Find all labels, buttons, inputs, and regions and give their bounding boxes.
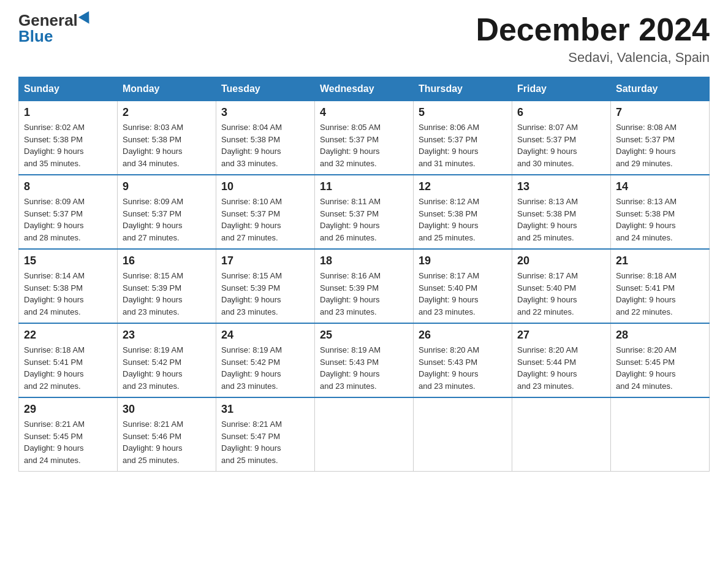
table-row: 8 Sunrise: 8:09 AMSunset: 5:37 PMDayligh… <box>19 175 118 249</box>
day-info: Sunrise: 8:19 AMSunset: 5:42 PMDaylight:… <box>123 344 211 392</box>
day-number: 18 <box>320 255 408 267</box>
day-number: 2 <box>123 106 211 119</box>
table-row: 28 Sunrise: 8:20 AMSunset: 5:45 PMDaylig… <box>611 323 710 397</box>
day-info: Sunrise: 8:09 AMSunset: 5:37 PMDaylight:… <box>24 196 112 243</box>
day-info: Sunrise: 8:06 AMSunset: 5:37 PMDaylight:… <box>419 121 507 169</box>
day-number: 6 <box>517 106 605 119</box>
calendar-week-row: 8 Sunrise: 8:09 AMSunset: 5:37 PMDayligh… <box>19 175 710 249</box>
day-info: Sunrise: 8:15 AMSunset: 5:39 PMDaylight:… <box>221 270 309 318</box>
day-number: 3 <box>221 106 309 119</box>
title-block: December 2024 Sedavi, Valencia, Spain <box>476 12 710 66</box>
day-number: 28 <box>616 329 704 342</box>
day-number: 21 <box>616 255 704 267</box>
day-info: Sunrise: 8:14 AMSunset: 5:38 PMDaylight:… <box>24 270 112 318</box>
day-number: 19 <box>419 255 507 267</box>
table-row: 9 Sunrise: 8:09 AMSunset: 5:37 PMDayligh… <box>118 175 216 249</box>
header-tuesday: Tuesday <box>216 77 315 101</box>
day-number: 10 <box>221 180 309 193</box>
day-number: 17 <box>221 255 309 267</box>
day-number: 4 <box>320 106 408 119</box>
table-row: 29 Sunrise: 8:21 AMSunset: 5:45 PMDaylig… <box>19 397 118 472</box>
table-row: 2 Sunrise: 8:03 AMSunset: 5:38 PMDayligh… <box>118 101 216 175</box>
calendar-location: Sedavi, Valencia, Spain <box>476 50 710 66</box>
logo-general-text: General <box>18 12 78 28</box>
day-number: 9 <box>123 180 211 193</box>
header-thursday: Thursday <box>414 77 512 101</box>
calendar-week-row: 1 Sunrise: 8:02 AMSunset: 5:38 PMDayligh… <box>19 101 710 175</box>
table-row: 6 Sunrise: 8:07 AMSunset: 5:37 PMDayligh… <box>512 101 611 175</box>
day-info: Sunrise: 8:11 AMSunset: 5:37 PMDaylight:… <box>320 196 408 243</box>
day-info: Sunrise: 8:20 AMSunset: 5:45 PMDaylight:… <box>616 344 704 392</box>
day-info: Sunrise: 8:10 AMSunset: 5:37 PMDaylight:… <box>221 196 309 243</box>
day-info: Sunrise: 8:05 AMSunset: 5:37 PMDaylight:… <box>320 121 408 169</box>
day-info: Sunrise: 8:13 AMSunset: 5:38 PMDaylight:… <box>517 196 605 243</box>
table-row: 25 Sunrise: 8:19 AMSunset: 5:43 PMDaylig… <box>315 323 414 397</box>
day-number: 11 <box>320 180 408 193</box>
day-info: Sunrise: 8:17 AMSunset: 5:40 PMDaylight:… <box>517 270 605 318</box>
day-info: Sunrise: 8:02 AMSunset: 5:38 PMDaylight:… <box>24 121 112 169</box>
day-info: Sunrise: 8:17 AMSunset: 5:40 PMDaylight:… <box>419 270 507 318</box>
table-row: 18 Sunrise: 8:16 AMSunset: 5:39 PMDaylig… <box>315 249 414 323</box>
table-row: 15 Sunrise: 8:14 AMSunset: 5:38 PMDaylig… <box>19 249 118 323</box>
table-row <box>315 397 414 472</box>
table-row <box>611 397 710 472</box>
day-number: 14 <box>616 180 704 193</box>
calendar-week-row: 29 Sunrise: 8:21 AMSunset: 5:45 PMDaylig… <box>19 397 710 472</box>
day-number: 31 <box>221 403 309 416</box>
table-row: 7 Sunrise: 8:08 AMSunset: 5:37 PMDayligh… <box>611 101 710 175</box>
day-info: Sunrise: 8:21 AMSunset: 5:46 PMDaylight:… <box>123 418 211 466</box>
day-info: Sunrise: 8:21 AMSunset: 5:47 PMDaylight:… <box>221 418 309 466</box>
day-info: Sunrise: 8:16 AMSunset: 5:39 PMDaylight:… <box>320 270 408 318</box>
day-number: 27 <box>517 329 605 342</box>
table-row: 12 Sunrise: 8:12 AMSunset: 5:38 PMDaylig… <box>414 175 512 249</box>
table-row: 16 Sunrise: 8:15 AMSunset: 5:39 PMDaylig… <box>118 249 216 323</box>
day-number: 22 <box>24 329 112 342</box>
table-row: 23 Sunrise: 8:19 AMSunset: 5:42 PMDaylig… <box>118 323 216 397</box>
day-number: 8 <box>24 180 112 193</box>
day-info: Sunrise: 8:18 AMSunset: 5:41 PMDaylight:… <box>24 344 112 392</box>
day-info: Sunrise: 8:19 AMSunset: 5:42 PMDaylight:… <box>221 344 309 392</box>
table-row: 21 Sunrise: 8:18 AMSunset: 5:41 PMDaylig… <box>611 249 710 323</box>
table-row <box>512 397 611 472</box>
table-row: 14 Sunrise: 8:13 AMSunset: 5:38 PMDaylig… <box>611 175 710 249</box>
day-info: Sunrise: 8:09 AMSunset: 5:37 PMDaylight:… <box>123 196 211 243</box>
calendar-week-row: 22 Sunrise: 8:18 AMSunset: 5:41 PMDaylig… <box>19 323 710 397</box>
day-info: Sunrise: 8:13 AMSunset: 5:38 PMDaylight:… <box>616 196 704 243</box>
table-row: 31 Sunrise: 8:21 AMSunset: 5:47 PMDaylig… <box>216 397 315 472</box>
table-row: 22 Sunrise: 8:18 AMSunset: 5:41 PMDaylig… <box>19 323 118 397</box>
calendar-header-row: Sunday Monday Tuesday Wednesday Thursday… <box>19 77 710 101</box>
day-info: Sunrise: 8:20 AMSunset: 5:44 PMDaylight:… <box>517 344 605 392</box>
day-info: Sunrise: 8:18 AMSunset: 5:41 PMDaylight:… <box>616 270 704 318</box>
day-number: 24 <box>221 329 309 342</box>
table-row: 27 Sunrise: 8:20 AMSunset: 5:44 PMDaylig… <box>512 323 611 397</box>
day-number: 26 <box>419 329 507 342</box>
table-row: 13 Sunrise: 8:13 AMSunset: 5:38 PMDaylig… <box>512 175 611 249</box>
day-info: Sunrise: 8:08 AMSunset: 5:37 PMDaylight:… <box>616 121 704 169</box>
calendar-title: December 2024 <box>476 12 710 47</box>
day-number: 30 <box>123 403 211 416</box>
table-row: 17 Sunrise: 8:15 AMSunset: 5:39 PMDaylig… <box>216 249 315 323</box>
day-info: Sunrise: 8:03 AMSunset: 5:38 PMDaylight:… <box>123 121 211 169</box>
day-number: 15 <box>24 255 112 267</box>
day-info: Sunrise: 8:12 AMSunset: 5:38 PMDaylight:… <box>419 196 507 243</box>
day-number: 12 <box>419 180 507 193</box>
logo-blue-text: Blue <box>18 27 53 45</box>
day-info: Sunrise: 8:20 AMSunset: 5:43 PMDaylight:… <box>419 344 507 392</box>
day-number: 5 <box>419 106 507 119</box>
day-info: Sunrise: 8:15 AMSunset: 5:39 PMDaylight:… <box>123 270 211 318</box>
day-number: 20 <box>517 255 605 267</box>
logo-triangle-icon <box>78 11 94 27</box>
page-header: General Blue December 2024 Sedavi, Valen… <box>18 12 710 66</box>
table-row: 20 Sunrise: 8:17 AMSunset: 5:40 PMDaylig… <box>512 249 611 323</box>
header-saturday: Saturday <box>611 77 710 101</box>
header-sunday: Sunday <box>19 77 118 101</box>
day-number: 1 <box>24 106 112 119</box>
logo: General Blue <box>18 12 93 44</box>
header-friday: Friday <box>512 77 611 101</box>
table-row: 10 Sunrise: 8:10 AMSunset: 5:37 PMDaylig… <box>216 175 315 249</box>
day-number: 23 <box>123 329 211 342</box>
day-info: Sunrise: 8:19 AMSunset: 5:43 PMDaylight:… <box>320 344 408 392</box>
table-row: 19 Sunrise: 8:17 AMSunset: 5:40 PMDaylig… <box>414 249 512 323</box>
calendar-table: Sunday Monday Tuesday Wednesday Thursday… <box>18 77 710 472</box>
table-row: 3 Sunrise: 8:04 AMSunset: 5:38 PMDayligh… <box>216 101 315 175</box>
